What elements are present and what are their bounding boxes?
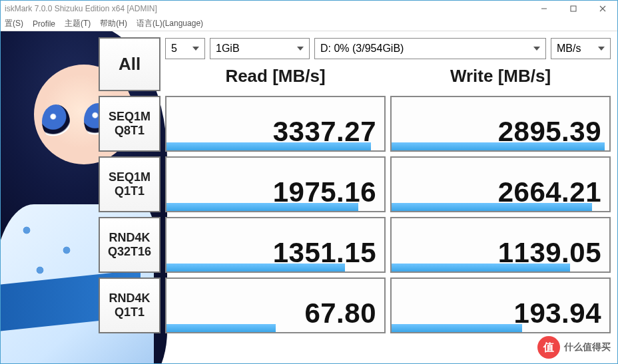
- menu-settings[interactable]: 置(S): [5, 18, 23, 29]
- drive-value: D: 0% (3/954GiB): [320, 43, 533, 55]
- watermark: 值 什么值得买: [537, 331, 617, 363]
- window-maximize-button[interactable]: [559, 1, 588, 17]
- run-count-select[interactable]: 5: [165, 38, 205, 59]
- chevron-down-icon: [192, 47, 199, 51]
- read-bar: [166, 324, 276, 332]
- unit-select[interactable]: MB/s: [551, 38, 611, 59]
- write-result-cell: 193.94: [390, 277, 611, 333]
- chevron-down-icon: [598, 47, 605, 51]
- test-button-label2: Q32T16: [108, 245, 151, 259]
- test-button-RND4K-Q32T16[interactable]: RND4KQ32T16: [99, 217, 160, 273]
- chevron-down-icon: [533, 47, 540, 51]
- write-result-cell: 2664.21: [390, 156, 611, 212]
- watermark-text: 什么值得买: [564, 341, 611, 353]
- test-button-RND4K-Q1T1[interactable]: RND4KQ1T1: [99, 277, 160, 333]
- menu-bar: 置(S) Profile 主题(T) 帮助(H) 语言(L)(Language): [1, 17, 617, 31]
- test-size-select[interactable]: 1GiB: [210, 38, 310, 59]
- menu-language[interactable]: 语言(L)(Language): [137, 18, 203, 29]
- write-value: 2664.21: [498, 176, 601, 208]
- test-row: SEQ1MQ8T13337.272895.39: [99, 96, 611, 152]
- read-value: 1975.16: [273, 176, 376, 208]
- write-value: 193.94: [514, 297, 601, 329]
- test-button-SEQ1M-Q1T1[interactable]: SEQ1MQ1T1: [99, 156, 160, 212]
- all-button-label: All: [119, 54, 141, 75]
- all-button[interactable]: All: [99, 37, 160, 91]
- window-titlebar: iskMark 7.0.0 Shizuku Edition x64 [ADMIN…: [1, 1, 617, 17]
- test-button-label2: Q1T1: [115, 184, 145, 198]
- write-result-cell: 2895.39: [390, 96, 611, 152]
- svg-rect-1: [571, 6, 576, 11]
- read-column-header: Read [MB/s]: [165, 61, 386, 91]
- test-row: RND4KQ32T161351.151139.05: [99, 217, 611, 273]
- write-column-header: Write [MB/s]: [390, 61, 611, 91]
- read-result-cell: 1351.15: [165, 217, 386, 273]
- read-value: 3337.27: [273, 116, 376, 148]
- unit-value: MB/s: [557, 43, 598, 55]
- read-value: 67.80: [304, 297, 376, 329]
- test-button-label2: Q8T1: [115, 124, 145, 138]
- write-bar: [392, 324, 522, 332]
- test-button-label2: Q1T1: [115, 305, 145, 319]
- read-value: 1351.15: [273, 237, 376, 269]
- watermark-logo-icon: 值: [537, 336, 560, 359]
- test-button-label1: RND4K: [109, 231, 150, 245]
- test-button-label1: SEQ1M: [109, 110, 151, 124]
- read-result-cell: 1975.16: [165, 156, 386, 212]
- test-button-SEQ1M-Q8T1[interactable]: SEQ1MQ8T1: [99, 96, 160, 152]
- run-count-value: 5: [171, 43, 192, 55]
- menu-help[interactable]: 帮助(H): [100, 18, 127, 29]
- menu-theme[interactable]: 主题(T): [65, 18, 91, 29]
- test-row: SEQ1MQ1T11975.162664.21: [99, 156, 611, 212]
- test-row: RND4KQ1T167.80193.94: [99, 277, 611, 333]
- drive-select[interactable]: D: 0% (3/954GiB): [314, 38, 546, 59]
- read-result-cell: 3337.27: [165, 96, 386, 152]
- write-value: 1139.05: [498, 237, 601, 269]
- window-title: iskMark 7.0.0 Shizuku Edition x64 [ADMIN…: [5, 4, 529, 13]
- menu-profile[interactable]: Profile: [33, 19, 55, 29]
- write-result-cell: 1139.05: [390, 217, 611, 273]
- read-result-cell: 67.80: [165, 277, 386, 333]
- window-minimize-button[interactable]: [529, 1, 559, 17]
- test-button-label1: RND4K: [109, 291, 150, 305]
- test-size-value: 1GiB: [216, 43, 297, 55]
- write-value: 2895.39: [498, 116, 601, 148]
- window-close-button[interactable]: [588, 1, 617, 17]
- test-button-label1: SEQ1M: [109, 170, 151, 184]
- chevron-down-icon: [297, 47, 304, 51]
